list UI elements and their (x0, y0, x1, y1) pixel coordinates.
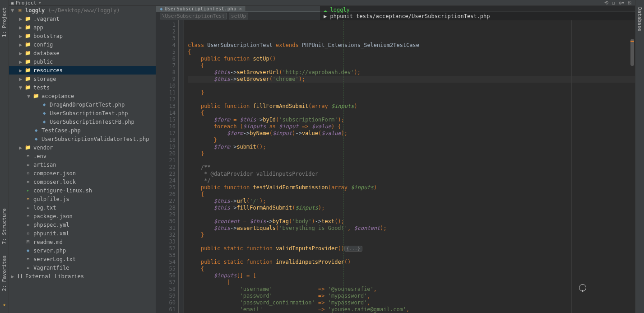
project-label: Project (16, 0, 37, 6)
fold-gutter[interactable] (179, 20, 184, 313)
tree-folder[interactable]: ▶📁app (9, 23, 156, 32)
folder-icon: 📁 (24, 24, 32, 30)
folder-icon: 📁 (24, 84, 32, 90)
code-content[interactable]: class UserSubscriptionTest extends PHPUn… (184, 20, 635, 313)
scroll-icon[interactable]: ⟲ (604, 0, 608, 6)
tree-file[interactable]: ▫gulpfile.js (9, 195, 156, 203)
file-icon: ◆ (41, 110, 48, 116)
tree-folder[interactable]: ▶📁storage (9, 75, 156, 83)
tree-file[interactable]: ▫composer.lock (9, 178, 156, 186)
project-icon: ▣ (11, 0, 14, 6)
file-icon: ▫ (24, 179, 32, 185)
tree-file[interactable]: ▫log.txt (9, 203, 156, 212)
breadcrumb[interactable]: \UserSubscriptionTest setUp (156, 12, 635, 20)
library-icon: ❙❙ (16, 273, 23, 279)
tree-file[interactable]: ▫artisan (9, 160, 156, 169)
file-icon: ▫ (24, 162, 32, 168)
tree-file[interactable]: ▫phpspec.yml (9, 220, 156, 229)
code-area[interactable]: 1234567891011121314151617181920212223242… (156, 20, 635, 313)
tree-file[interactable]: ◆DragAndDropCartTest.php (9, 100, 156, 109)
tree-file[interactable]: ◆TestCase.php (9, 126, 156, 135)
tree-file[interactable]: ▫Vagrantfile (9, 263, 156, 272)
left-tool-gutter: 1: Project 7: Structure 2: Favorites ★ (0, 0, 9, 313)
folder-icon: 📁 (32, 93, 40, 99)
file-icon: ▫ (24, 230, 32, 236)
tree-folder[interactable]: ▶📁config (9, 40, 156, 49)
folder-icon: ▣ (16, 7, 23, 13)
gear-icon[interactable]: ⚙▾ (619, 0, 625, 6)
editor: ◆ UserSubscriptionTest.php × \UserSubscr… (156, 6, 635, 313)
tab-structure-vertical[interactable]: 7: Structure (0, 206, 8, 246)
external-libraries[interactable]: ▶❙❙ External Libraries (9, 272, 156, 280)
file-icon: ◆ (24, 248, 32, 253)
tree-file[interactable]: ◆UserSubscriptionTestFB.php (9, 117, 156, 126)
folder-icon: 📁 (24, 145, 32, 150)
tree-file[interactable]: ◆server.php (9, 246, 156, 255)
tree-folder[interactable]: ▶📁resources (9, 66, 156, 75)
folder-icon: 📁 (24, 33, 32, 39)
tab-filename: UserSubscriptionTest.php (165, 6, 236, 12)
file-icon: M (24, 239, 32, 245)
breadcrumb-class[interactable]: \UserSubscriptionTest (160, 13, 227, 19)
tree-folder[interactable]: ▶📁public (9, 57, 156, 66)
file-icon: ▫ (24, 153, 32, 159)
folder-icon: 📁 (24, 59, 32, 65)
tree-file[interactable]: Mreadme.md (9, 238, 156, 246)
tab-database-vertical[interactable]: Database (636, 5, 644, 33)
tree-file[interactable]: ▸configure-linux.sh (9, 186, 156, 195)
tree-root[interactable]: ▼▣ loggly (~/Desktop/www/loggly) (9, 6, 156, 14)
tree-file[interactable]: ◆UserSubscriptionValidatorTest.php (9, 135, 156, 143)
file-icon: ◆ (41, 102, 48, 107)
editor-tab[interactable]: ◆ UserSubscriptionTest.php × (156, 6, 246, 11)
tree-file[interactable]: ▫.env (9, 152, 156, 160)
hide-icon[interactable]: ⎘ (628, 0, 631, 6)
file-icon: ▫ (24, 196, 32, 202)
star-icon: ★ (2, 300, 7, 309)
tree-folder[interactable]: ▶📁vendor (9, 143, 156, 152)
folder-icon: 📁 (24, 67, 32, 73)
editor-tabbar: ◆ UserSubscriptionTest.php × (156, 6, 635, 12)
project-toolbar: ▣ Project ▾ ⟲ ⊟ ⚙▾ ⎘ (9, 0, 635, 6)
file-icon: ▫ (24, 205, 32, 210)
file-icon: ▸ (24, 187, 32, 193)
tree-folder[interactable]: ▶📁bootstrap (9, 32, 156, 40)
marker (630, 41, 634, 42)
tree-file[interactable]: ▫composer.json (9, 169, 156, 178)
tree-file[interactable]: ▫package.json (9, 212, 156, 220)
tree-file[interactable]: ▫serverLog.txt (9, 255, 156, 263)
tree-folder[interactable]: ▶📁.vagrant (9, 14, 156, 23)
tab-project-vertical[interactable]: 1: Project (0, 5, 8, 39)
project-tree[interactable]: ▼▣ loggly (~/Desktop/www/loggly) ▶📁.vagr… (9, 6, 156, 313)
folder-icon: 📁 (24, 42, 32, 47)
file-icon: ▫ (24, 256, 32, 262)
php-file-icon: ◆ (160, 6, 163, 12)
tree-folder[interactable]: ▼📁tests (9, 83, 156, 92)
tree-file[interactable]: ◆UserSubscriptionTest.php (9, 109, 156, 117)
folder-icon: 📁 (24, 50, 32, 56)
file-icon: ◆ (32, 127, 40, 133)
close-icon[interactable]: × (239, 6, 242, 12)
folder-icon: 📁 (24, 16, 32, 22)
tree-file[interactable]: ▫phpunit.xml (9, 229, 156, 238)
breadcrumb-method[interactable]: setUp (229, 13, 248, 19)
file-icon: ▫ (24, 222, 32, 228)
right-tool-gutter: Database (635, 0, 644, 313)
scrollbar-thumb[interactable] (630, 39, 634, 66)
file-icon: ◆ (41, 119, 48, 125)
chevron-down-icon[interactable]: ▾ (38, 0, 42, 6)
file-icon: ▫ (24, 170, 32, 176)
tree-folder[interactable]: ▶📁database (9, 49, 156, 57)
folder-icon: 📁 (24, 76, 32, 82)
tree-folder[interactable]: ▼📁acceptance (9, 92, 156, 100)
file-icon: ◆ (32, 136, 40, 142)
tab-favorites-vertical[interactable]: 2: Favorites (0, 253, 8, 293)
file-icon: ▫ (24, 213, 32, 219)
collapse-icon[interactable]: ⊟ (612, 0, 615, 6)
line-gutter: 1234567891011121314151617181920212223242… (156, 20, 179, 313)
file-icon: ▫ (24, 265, 32, 271)
